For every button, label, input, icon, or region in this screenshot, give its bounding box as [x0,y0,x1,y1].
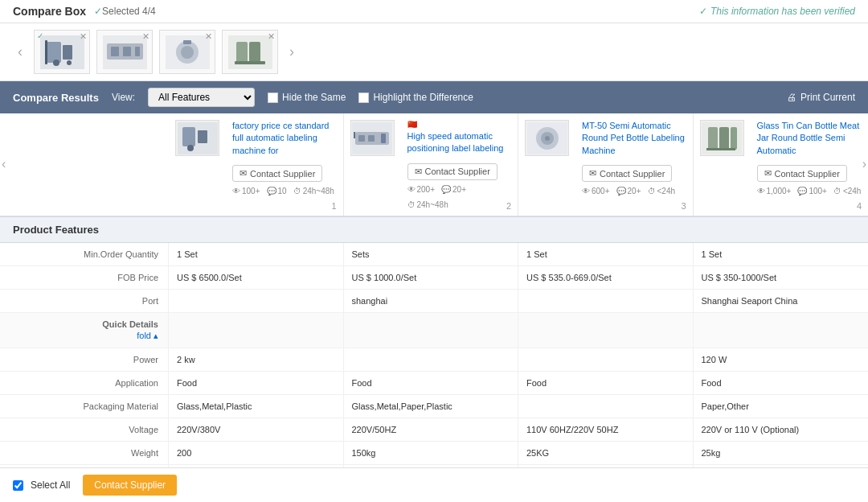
envelope-icon-4: ✉ [764,168,772,179]
svg-rect-10 [135,47,140,56]
svg-rect-16 [236,42,248,63]
cell-power-1: 2 kw [169,348,344,371]
thumb-item-2[interactable]: ✕ [96,30,153,74]
thumb-item-4[interactable]: ✕ [222,30,278,74]
print-button[interactable]: 🖨 Print Current [787,92,855,103]
cell-qd-2 [344,313,519,348]
col-nav-left[interactable]: ‹ [2,157,6,171]
svg-rect-20 [182,127,195,146]
cell-pkg-1: Glass,Metal,Plastic [169,395,344,418]
label-fob-price: FOB Price [0,266,169,289]
printer-icon: 🖨 [787,92,796,103]
svg-rect-8 [111,47,119,56]
row-application: Application Food Food Food Food [0,372,868,395]
header-empty-cell: ‹ [0,113,169,216]
hide-same-option[interactable]: Hide the Same [268,92,346,103]
thumb-close-icon-4[interactable]: ✕ [268,31,275,42]
contacts-stat-1: 💬 10 [267,187,287,195]
contacts-stat-2: 💬 20+ [441,185,466,194]
highlight-diff-label: Highlight the Difference [373,92,473,103]
thumb-item-3[interactable]: ✕ [159,30,215,74]
svg-rect-27 [381,134,386,143]
row-voltage: Voltage 220V/380V 220V/50HZ 110V 60HZ/22… [0,418,868,442]
view-label: View: [112,92,135,103]
product-title-1[interactable]: factory price ce standard full automatic… [232,120,337,157]
highlight-diff-option[interactable]: Highlight the Difference [358,92,473,103]
product-image-3 [525,120,569,156]
row-port: Port shanghai Shanghai Seaport China [0,290,868,313]
compare-table: ‹ factory price ce standard full automat… [0,113,868,502]
views-stat-3: 👁 600+ [582,187,610,195]
label-quick-details: Quick Details fold ▴ [0,313,169,348]
cell-app-1: Food [169,372,344,394]
svg-point-4 [67,60,72,65]
thumb-nav-right[interactable]: › [285,40,299,64]
cell-min-order-4: 1 Set [694,243,869,265]
contact-btn-4[interactable]: ✉ Contact Supplier [757,165,847,182]
cell-volt-3: 110V 60HZ/220V 50HZ [518,418,694,441]
highlight-diff-checkbox[interactable] [358,93,369,103]
cell-pkg-4: Paper,Other [694,395,869,418]
svg-point-13 [181,46,194,59]
contacts-stat-4: 💬 100+ [797,187,827,195]
cell-port-2: shanghai [344,290,519,312]
col-num-3: 3 [681,201,686,211]
select-all-checkbox[interactable] [13,480,23,491]
envelope-icon-3: ✉ [589,168,596,179]
col-nav-right[interactable]: › [862,157,866,171]
col-num-4: 4 [857,201,862,211]
svg-point-3 [53,60,59,66]
row-fob-price: FOB Price US $ 6500.0/Set US $ 1000.0/Se… [0,266,868,290]
product-title-2[interactable]: High speed automatic positioning label l… [407,130,512,155]
thumb-close-icon-3[interactable]: ✕ [205,31,212,42]
thumb-close-icon-2[interactable]: ✕ [142,31,149,42]
col-num-2: 2 [506,201,511,211]
envelope-icon-1: ✉ [240,168,247,179]
row-power: Power 2 kw 120 W [0,348,868,372]
product-col-2: 🇨🇳 High speed automatic positioning labe… [344,113,519,216]
row-min-order: Min.Order Quantity 1 Set Sets 1 Set 1 Se… [0,243,868,266]
thumb-item-1[interactable]: ✓ ✕ [34,30,90,74]
product-title-4[interactable]: Glass Tin Can Bottle Meat Jar Round Bott… [757,120,862,157]
hide-same-checkbox[interactable] [268,93,278,103]
svg-point-32 [545,136,550,141]
svg-rect-21 [198,130,207,143]
row-quick-details: Quick Details fold ▴ [0,313,868,348]
select-all-label[interactable]: Select All [13,479,70,491]
response-stat-4: ⏱ <24h [833,187,862,195]
thumb-image-1 [40,35,84,69]
cell-min-order-1: 1 Set [169,243,344,265]
svg-rect-9 [123,47,131,56]
contact-btn-2[interactable]: ✉ Contact Supplier [407,163,497,180]
svg-rect-34 [708,127,718,150]
verified-text: ✓ This information has been verified [699,6,855,17]
response-stat-1: ⏱ 24h~48h [293,187,334,195]
thumb-nav-left[interactable]: ‹ [13,40,27,64]
response-stat-3: ⏱ <24h [648,187,676,195]
product-title-3[interactable]: MT-50 Semi Automatic Round Pet Bottle La… [582,120,686,157]
label-port: Port [0,290,169,312]
thumb-check-icon-1: ✓ [37,31,43,40]
view-select[interactable]: All Features Product Features Supplier F… [148,88,255,107]
contact-btn-3[interactable]: ✉ Contact Supplier [582,165,672,182]
svg-rect-28 [354,132,355,138]
fold-button[interactable]: fold ▴ [137,331,158,341]
thumb-close-icon-1[interactable]: ✕ [80,31,87,42]
svg-rect-2 [63,45,72,60]
cell-volt-2: 220V/50HZ [344,418,519,441]
contact-btn-1[interactable]: ✉ Contact Supplier [232,165,322,182]
selected-badge: Selected 4/4 [102,6,156,17]
top-bar: Compare Box ✓ Selected 4/4 ✓ This inform… [0,0,868,23]
compare-box-title: Compare Box [13,5,86,18]
thumbnails-row: ‹ ✓ ✕ ✕ ✕ ✕ [0,23,868,81]
svg-rect-14 [183,40,191,44]
cell-wt-4: 25kg [694,442,869,464]
cell-app-3: Food [518,372,694,394]
row-weight: Weight 200 150kg 25KG 25kg [0,442,868,465]
cell-app-2: Food [344,372,519,394]
print-label: Print Current [800,92,855,103]
contact-supplier-button[interactable]: Contact Supplier [83,475,177,496]
response-stat-2: ⏱ 24h~48h [407,200,448,209]
cell-volt-1: 220V/380V [169,418,344,441]
verified-check-icon: ✓ [699,6,707,17]
